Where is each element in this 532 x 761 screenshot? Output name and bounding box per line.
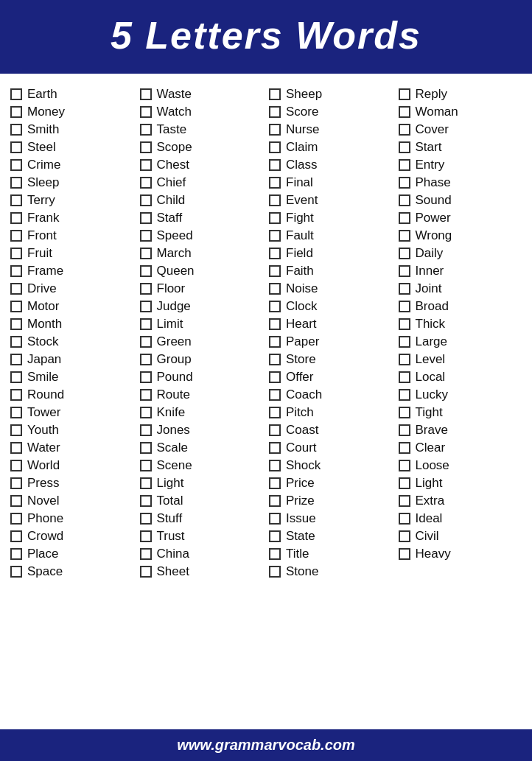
word-item[interactable]: Issue <box>266 510 396 527</box>
word-item[interactable]: Sound <box>396 192 525 209</box>
checkbox-icon[interactable] <box>269 141 281 153</box>
word-item[interactable]: Claim <box>266 138 396 156</box>
word-item[interactable]: Waste <box>137 85 267 103</box>
word-item[interactable]: Knife <box>137 404 267 421</box>
word-item[interactable]: Youth <box>7 421 137 439</box>
word-item[interactable]: Civil <box>396 527 525 545</box>
word-item[interactable]: Faith <box>266 262 396 280</box>
word-item[interactable]: Wrong <box>396 227 525 245</box>
checkbox-icon[interactable] <box>10 177 22 189</box>
checkbox-icon[interactable] <box>140 88 152 100</box>
word-item[interactable]: World <box>7 457 137 474</box>
word-item[interactable]: Fruit <box>7 245 137 262</box>
word-item[interactable]: Sheep <box>266 85 396 103</box>
word-item[interactable]: Fault <box>266 227 396 245</box>
word-item[interactable]: Title <box>266 545 396 563</box>
word-item[interactable]: Shock <box>266 457 396 474</box>
word-item[interactable]: Ideal <box>396 510 525 527</box>
word-item[interactable]: Sleep <box>7 174 137 192</box>
word-item[interactable]: Press <box>7 474 137 492</box>
word-item[interactable]: Nurse <box>266 121 396 138</box>
checkbox-icon[interactable] <box>399 88 410 100</box>
word-item[interactable]: Stone <box>266 563 396 581</box>
checkbox-icon[interactable] <box>10 336 22 348</box>
word-item[interactable]: Reply <box>396 85 525 103</box>
word-item[interactable]: Smith <box>7 121 137 138</box>
checkbox-icon[interactable] <box>399 407 410 418</box>
word-item[interactable]: Chief <box>137 174 267 192</box>
checkbox-icon[interactable] <box>269 265 281 277</box>
checkbox-icon[interactable] <box>10 548 22 560</box>
checkbox-icon[interactable] <box>10 407 22 418</box>
word-item[interactable]: Start <box>396 138 525 156</box>
checkbox-icon[interactable] <box>10 159 22 171</box>
word-item[interactable]: Thick <box>396 315 525 333</box>
checkbox-icon[interactable] <box>399 530 410 542</box>
checkbox-icon[interactable] <box>10 124 22 136</box>
checkbox-icon[interactable] <box>140 194 152 206</box>
checkbox-icon[interactable] <box>269 530 281 542</box>
checkbox-icon[interactable] <box>10 566 22 578</box>
word-item[interactable]: Crowd <box>7 527 137 545</box>
word-item[interactable]: Sheet <box>137 563 267 581</box>
word-item[interactable]: Score <box>266 103 396 121</box>
checkbox-icon[interactable] <box>269 407 281 418</box>
word-item[interactable]: Stock <box>7 333 137 351</box>
checkbox-icon[interactable] <box>140 407 152 418</box>
checkbox-icon[interactable] <box>10 460 22 471</box>
word-item[interactable]: Heavy <box>396 545 525 563</box>
word-item[interactable]: Stuff <box>137 510 267 527</box>
word-item[interactable]: Japan <box>7 351 137 368</box>
checkbox-icon[interactable] <box>10 265 22 277</box>
checkbox-icon[interactable] <box>399 354 410 365</box>
checkbox-icon[interactable] <box>140 248 152 259</box>
checkbox-icon[interactable] <box>10 371 22 383</box>
checkbox-icon[interactable] <box>269 106 281 118</box>
checkbox-icon[interactable] <box>140 477 152 489</box>
word-item[interactable]: Inner <box>396 262 525 280</box>
checkbox-icon[interactable] <box>269 513 281 525</box>
checkbox-icon[interactable] <box>399 141 410 153</box>
word-item[interactable]: Earth <box>7 85 137 103</box>
checkbox-icon[interactable] <box>10 141 22 153</box>
checkbox-icon[interactable] <box>399 336 410 348</box>
checkbox-icon[interactable] <box>399 177 410 189</box>
word-item[interactable]: Field <box>266 245 396 262</box>
word-item[interactable]: Scene <box>137 457 267 474</box>
checkbox-icon[interactable] <box>269 177 281 189</box>
checkbox-icon[interactable] <box>140 230 152 242</box>
checkbox-icon[interactable] <box>140 124 152 136</box>
checkbox-icon[interactable] <box>269 336 281 348</box>
checkbox-icon[interactable] <box>140 460 152 471</box>
word-item[interactable]: Judge <box>137 298 267 315</box>
word-item[interactable]: Event <box>266 192 396 209</box>
checkbox-icon[interactable] <box>140 265 152 277</box>
checkbox-icon[interactable] <box>269 566 281 578</box>
checkbox-icon[interactable] <box>399 318 410 330</box>
word-item[interactable]: Level <box>396 351 525 368</box>
word-item[interactable]: Drive <box>7 280 137 298</box>
word-item[interactable]: Price <box>266 474 396 492</box>
word-item[interactable]: Space <box>7 563 137 581</box>
checkbox-icon[interactable] <box>140 513 152 525</box>
word-item[interactable]: Limit <box>137 315 267 333</box>
word-item[interactable]: Lucky <box>396 386 525 404</box>
word-item[interactable]: Light <box>137 474 267 492</box>
checkbox-icon[interactable] <box>10 194 22 206</box>
word-item[interactable]: Place <box>7 545 137 563</box>
checkbox-icon[interactable] <box>269 248 281 259</box>
word-item[interactable]: Coach <box>266 386 396 404</box>
word-item[interactable]: Woman <box>396 103 525 121</box>
word-item[interactable]: Power <box>396 209 525 227</box>
checkbox-icon[interactable] <box>140 177 152 189</box>
word-item[interactable]: Entry <box>396 156 525 174</box>
word-item[interactable]: Loose <box>396 457 525 474</box>
checkbox-icon[interactable] <box>10 106 22 118</box>
checkbox-icon[interactable] <box>140 318 152 330</box>
word-item[interactable]: Trust <box>137 527 267 545</box>
word-item[interactable]: Total <box>137 492 267 510</box>
checkbox-icon[interactable] <box>10 301 22 312</box>
checkbox-icon[interactable] <box>10 424 22 436</box>
checkbox-icon[interactable] <box>399 106 410 118</box>
checkbox-icon[interactable] <box>140 495 152 507</box>
